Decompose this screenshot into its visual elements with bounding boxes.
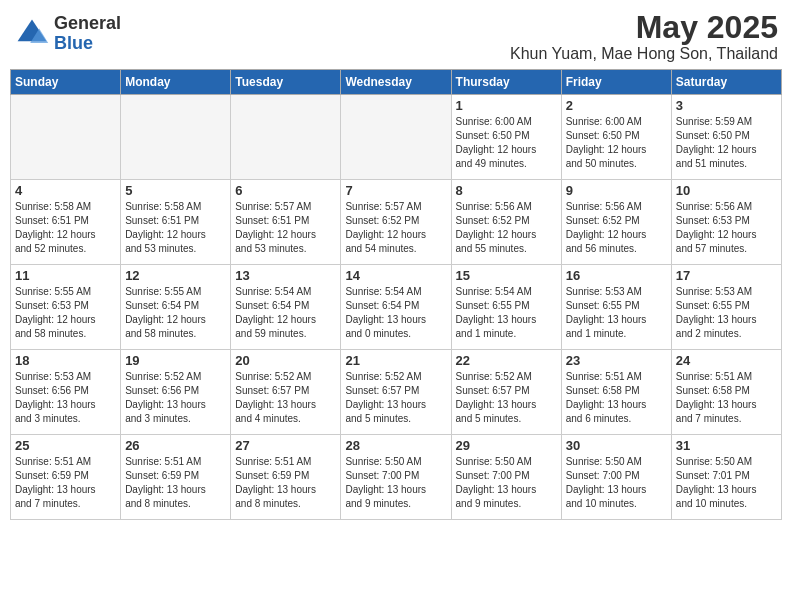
day-info: Sunrise: 5:53 AM Sunset: 6:55 PM Dayligh… <box>676 285 777 341</box>
day-number: 24 <box>676 353 777 368</box>
day-number: 25 <box>15 438 116 453</box>
weekday-header-saturday: Saturday <box>671 70 781 95</box>
day-number: 8 <box>456 183 557 198</box>
logo-text: General Blue <box>54 14 121 54</box>
calendar-cell: 23Sunrise: 5:51 AM Sunset: 6:58 PM Dayli… <box>561 350 671 435</box>
calendar-cell: 6Sunrise: 5:57 AM Sunset: 6:51 PM Daylig… <box>231 180 341 265</box>
calendar-week-2: 4Sunrise: 5:58 AM Sunset: 6:51 PM Daylig… <box>11 180 782 265</box>
page-header: General Blue May 2025 Khun Yuam, Mae Hon… <box>10 10 782 63</box>
calendar-cell: 10Sunrise: 5:56 AM Sunset: 6:53 PM Dayli… <box>671 180 781 265</box>
day-info: Sunrise: 5:52 AM Sunset: 6:57 PM Dayligh… <box>235 370 336 426</box>
logo: General Blue <box>14 14 121 54</box>
day-number: 31 <box>676 438 777 453</box>
day-number: 21 <box>345 353 446 368</box>
calendar-cell: 28Sunrise: 5:50 AM Sunset: 7:00 PM Dayli… <box>341 435 451 520</box>
logo-blue-text: Blue <box>54 34 121 54</box>
day-number: 26 <box>125 438 226 453</box>
day-number: 17 <box>676 268 777 283</box>
calendar-cell: 26Sunrise: 5:51 AM Sunset: 6:59 PM Dayli… <box>121 435 231 520</box>
calendar-cell: 22Sunrise: 5:52 AM Sunset: 6:57 PM Dayli… <box>451 350 561 435</box>
day-number: 13 <box>235 268 336 283</box>
day-number: 23 <box>566 353 667 368</box>
calendar-cell: 3Sunrise: 5:59 AM Sunset: 6:50 PM Daylig… <box>671 95 781 180</box>
calendar-cell: 17Sunrise: 5:53 AM Sunset: 6:55 PM Dayli… <box>671 265 781 350</box>
day-info: Sunrise: 5:50 AM Sunset: 7:01 PM Dayligh… <box>676 455 777 511</box>
calendar-cell: 27Sunrise: 5:51 AM Sunset: 6:59 PM Dayli… <box>231 435 341 520</box>
day-info: Sunrise: 5:55 AM Sunset: 6:54 PM Dayligh… <box>125 285 226 341</box>
day-info: Sunrise: 5:52 AM Sunset: 6:56 PM Dayligh… <box>125 370 226 426</box>
calendar-cell: 31Sunrise: 5:50 AM Sunset: 7:01 PM Dayli… <box>671 435 781 520</box>
day-info: Sunrise: 5:56 AM Sunset: 6:52 PM Dayligh… <box>456 200 557 256</box>
calendar-cell: 15Sunrise: 5:54 AM Sunset: 6:55 PM Dayli… <box>451 265 561 350</box>
day-info: Sunrise: 5:53 AM Sunset: 6:56 PM Dayligh… <box>15 370 116 426</box>
day-info: Sunrise: 6:00 AM Sunset: 6:50 PM Dayligh… <box>566 115 667 171</box>
day-info: Sunrise: 5:51 AM Sunset: 6:58 PM Dayligh… <box>676 370 777 426</box>
calendar-cell: 24Sunrise: 5:51 AM Sunset: 6:58 PM Dayli… <box>671 350 781 435</box>
day-number: 3 <box>676 98 777 113</box>
calendar-cell <box>341 95 451 180</box>
day-info: Sunrise: 5:54 AM Sunset: 6:55 PM Dayligh… <box>456 285 557 341</box>
location-title: Khun Yuam, Mae Hong Son, Thailand <box>510 45 778 63</box>
day-info: Sunrise: 5:58 AM Sunset: 6:51 PM Dayligh… <box>125 200 226 256</box>
day-info: Sunrise: 5:56 AM Sunset: 6:52 PM Dayligh… <box>566 200 667 256</box>
weekday-header-row: SundayMondayTuesdayWednesdayThursdayFrid… <box>11 70 782 95</box>
day-info: Sunrise: 5:54 AM Sunset: 6:54 PM Dayligh… <box>345 285 446 341</box>
weekday-header-monday: Monday <box>121 70 231 95</box>
day-number: 18 <box>15 353 116 368</box>
day-number: 2 <box>566 98 667 113</box>
calendar-cell <box>231 95 341 180</box>
day-number: 4 <box>15 183 116 198</box>
day-info: Sunrise: 5:57 AM Sunset: 6:52 PM Dayligh… <box>345 200 446 256</box>
calendar-cell: 29Sunrise: 5:50 AM Sunset: 7:00 PM Dayli… <box>451 435 561 520</box>
day-info: Sunrise: 5:59 AM Sunset: 6:50 PM Dayligh… <box>676 115 777 171</box>
day-number: 27 <box>235 438 336 453</box>
day-number: 19 <box>125 353 226 368</box>
calendar-cell: 13Sunrise: 5:54 AM Sunset: 6:54 PM Dayli… <box>231 265 341 350</box>
day-number: 28 <box>345 438 446 453</box>
calendar-cell: 5Sunrise: 5:58 AM Sunset: 6:51 PM Daylig… <box>121 180 231 265</box>
day-info: Sunrise: 5:52 AM Sunset: 6:57 PM Dayligh… <box>456 370 557 426</box>
calendar-cell: 11Sunrise: 5:55 AM Sunset: 6:53 PM Dayli… <box>11 265 121 350</box>
day-info: Sunrise: 5:51 AM Sunset: 6:59 PM Dayligh… <box>235 455 336 511</box>
day-info: Sunrise: 5:57 AM Sunset: 6:51 PM Dayligh… <box>235 200 336 256</box>
day-number: 1 <box>456 98 557 113</box>
weekday-header-friday: Friday <box>561 70 671 95</box>
calendar-week-3: 11Sunrise: 5:55 AM Sunset: 6:53 PM Dayli… <box>11 265 782 350</box>
day-number: 29 <box>456 438 557 453</box>
calendar-cell: 1Sunrise: 6:00 AM Sunset: 6:50 PM Daylig… <box>451 95 561 180</box>
day-info: Sunrise: 5:53 AM Sunset: 6:55 PM Dayligh… <box>566 285 667 341</box>
day-info: Sunrise: 5:50 AM Sunset: 7:00 PM Dayligh… <box>456 455 557 511</box>
day-number: 5 <box>125 183 226 198</box>
calendar-cell: 25Sunrise: 5:51 AM Sunset: 6:59 PM Dayli… <box>11 435 121 520</box>
day-number: 7 <box>345 183 446 198</box>
calendar-cell: 9Sunrise: 5:56 AM Sunset: 6:52 PM Daylig… <box>561 180 671 265</box>
calendar-cell: 14Sunrise: 5:54 AM Sunset: 6:54 PM Dayli… <box>341 265 451 350</box>
calendar-table: SundayMondayTuesdayWednesdayThursdayFrid… <box>10 69 782 520</box>
day-number: 6 <box>235 183 336 198</box>
logo-icon <box>14 16 50 52</box>
day-number: 12 <box>125 268 226 283</box>
calendar-cell: 8Sunrise: 5:56 AM Sunset: 6:52 PM Daylig… <box>451 180 561 265</box>
day-info: Sunrise: 5:55 AM Sunset: 6:53 PM Dayligh… <box>15 285 116 341</box>
calendar-week-1: 1Sunrise: 6:00 AM Sunset: 6:50 PM Daylig… <box>11 95 782 180</box>
calendar-cell: 18Sunrise: 5:53 AM Sunset: 6:56 PM Dayli… <box>11 350 121 435</box>
day-number: 9 <box>566 183 667 198</box>
weekday-header-sunday: Sunday <box>11 70 121 95</box>
weekday-header-wednesday: Wednesday <box>341 70 451 95</box>
calendar-cell: 12Sunrise: 5:55 AM Sunset: 6:54 PM Dayli… <box>121 265 231 350</box>
calendar-cell: 19Sunrise: 5:52 AM Sunset: 6:56 PM Dayli… <box>121 350 231 435</box>
day-info: Sunrise: 5:51 AM Sunset: 6:59 PM Dayligh… <box>125 455 226 511</box>
calendar-cell: 21Sunrise: 5:52 AM Sunset: 6:57 PM Dayli… <box>341 350 451 435</box>
weekday-header-thursday: Thursday <box>451 70 561 95</box>
calendar-cell: 30Sunrise: 5:50 AM Sunset: 7:00 PM Dayli… <box>561 435 671 520</box>
day-number: 30 <box>566 438 667 453</box>
day-info: Sunrise: 5:51 AM Sunset: 6:59 PM Dayligh… <box>15 455 116 511</box>
day-info: Sunrise: 5:51 AM Sunset: 6:58 PM Dayligh… <box>566 370 667 426</box>
day-number: 14 <box>345 268 446 283</box>
day-info: Sunrise: 5:50 AM Sunset: 7:00 PM Dayligh… <box>345 455 446 511</box>
day-number: 16 <box>566 268 667 283</box>
month-title: May 2025 <box>510 10 778 45</box>
day-info: Sunrise: 5:58 AM Sunset: 6:51 PM Dayligh… <box>15 200 116 256</box>
day-number: 22 <box>456 353 557 368</box>
day-info: Sunrise: 5:56 AM Sunset: 6:53 PM Dayligh… <box>676 200 777 256</box>
